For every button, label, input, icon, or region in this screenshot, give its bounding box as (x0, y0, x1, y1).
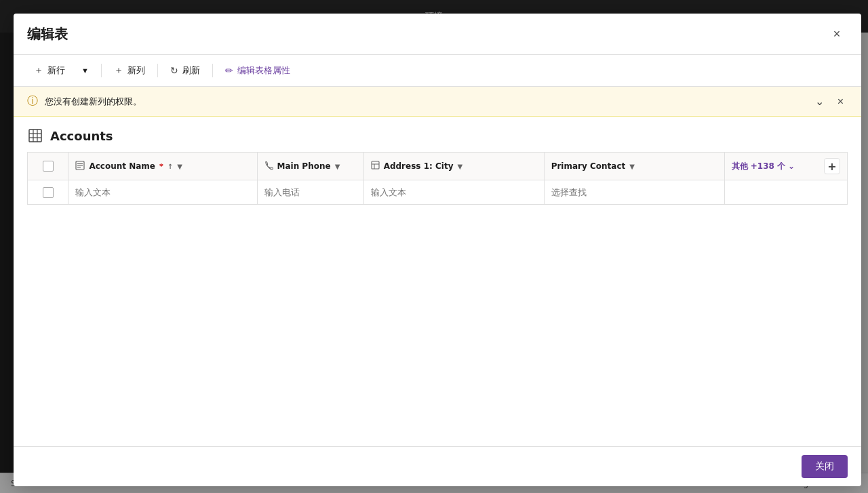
th-address-city-label: Address 1: City (384, 161, 454, 171)
more-columns-label: 其他 +138 个 ⌄ (732, 161, 795, 172)
modal-footer: 关闭 (14, 446, 861, 486)
td-more (724, 180, 847, 205)
refresh-button[interactable]: ↻ 刷新 (163, 60, 207, 81)
table-icon (27, 127, 43, 144)
th-account-name-label: Account Name (89, 161, 155, 171)
refresh-icon: ↻ (170, 65, 178, 76)
th-more-columns[interactable]: 其他 +138 个 ⌄ + (724, 153, 847, 180)
more-columns-chevron: ⌄ (788, 161, 795, 171)
primary-contact-chevron-icon: ▼ (629, 163, 635, 170)
refresh-label: 刷新 (182, 64, 200, 77)
warning-collapse-button[interactable]: ⌄ (811, 94, 828, 109)
edit-grid-label: 编辑表格属性 (237, 64, 290, 77)
td-primary-contact[interactable] (544, 180, 724, 205)
chevron-down-icon: ▼ (81, 66, 89, 75)
edit-grid-button[interactable]: ✏ 编辑表格属性 (218, 60, 297, 81)
plus-col-icon: ＋ (114, 64, 123, 77)
new-row-button[interactable]: ＋ 新行 (27, 60, 72, 81)
th-primary-contact-label: Primary Contact (551, 161, 626, 171)
edit-icon: ✏ (225, 65, 233, 76)
warning-actions: ⌄ × (811, 94, 848, 109)
th-main-phone[interactable]: Main Phone ▼ (257, 153, 363, 180)
account-name-chevron-icon: ▼ (177, 163, 182, 170)
main-phone-chevron-icon: ▼ (335, 163, 340, 170)
grid-table: Account Name * ↑ ▼ (27, 152, 848, 205)
modal-header: 编辑表 × (14, 14, 861, 55)
th-main-phone-label: Main Phone (277, 161, 331, 171)
td-account-name[interactable] (68, 180, 257, 205)
main-phone-input[interactable] (258, 180, 363, 204)
new-row-label: 新行 (47, 64, 65, 77)
required-indicator: * (159, 162, 163, 171)
primary-contact-input[interactable] (545, 180, 724, 204)
more-columns-text: 其他 +138 个 (732, 161, 785, 172)
th-address-city[interactable]: Address 1: City ▼ (363, 153, 544, 180)
warning-close-button[interactable]: × (833, 94, 848, 109)
new-row-dropdown-button[interactable]: ▼ (75, 62, 96, 79)
th-checkbox (28, 153, 68, 180)
table-header-row: Account Name * ↑ ▼ (28, 153, 848, 180)
row-checkbox[interactable] (43, 187, 54, 198)
modal-overlay: 编辑表 × ＋ 新行 ▼ ＋ 新列 ↻ 刷新 ✏ (0, 0, 868, 493)
toolbar-divider-3 (212, 64, 213, 77)
address-city-input[interactable] (364, 180, 544, 204)
table-area: Accounts (14, 117, 861, 446)
svg-rect-9 (372, 161, 379, 169)
modal-title: 编辑表 (27, 25, 68, 43)
table-row (28, 180, 848, 205)
select-all-checkbox[interactable] (43, 161, 54, 172)
table-title-row: Accounts (27, 127, 848, 144)
text-field-icon (75, 161, 85, 172)
warning-banner: ⓘ 您没有创建新列的权限。 ⌄ × (14, 87, 861, 117)
address-icon (371, 161, 380, 172)
th-primary-contact[interactable]: Primary Contact ▼ (544, 153, 724, 180)
modal-close-button[interactable]: × (826, 23, 848, 45)
warning-icon: ⓘ (27, 94, 38, 109)
td-address-city[interactable] (363, 180, 544, 205)
plus-icon: ＋ (34, 64, 43, 77)
address-city-chevron-icon: ▼ (457, 163, 462, 170)
toolbar-divider-2 (157, 64, 158, 77)
table-title: Accounts (50, 129, 113, 143)
account-name-input[interactable] (68, 180, 256, 204)
warning-text: 您没有创建新列的权限。 (45, 96, 142, 108)
td-main-phone[interactable] (257, 180, 363, 205)
th-account-name[interactable]: Account Name * ↑ ▼ (68, 153, 257, 180)
sort-asc-icon: ↑ (167, 163, 173, 170)
phone-icon (264, 161, 273, 172)
toolbar-divider-1 (101, 64, 102, 77)
svg-rect-0 (29, 130, 41, 142)
footer-close-button[interactable]: 关闭 (802, 455, 848, 478)
warning-left: ⓘ 您没有创建新列的权限。 (27, 94, 142, 109)
new-col-button[interactable]: ＋ 新列 (107, 60, 152, 81)
td-row-checkbox (28, 180, 68, 205)
modal: 编辑表 × ＋ 新行 ▼ ＋ 新列 ↻ 刷新 ✏ (14, 14, 861, 486)
new-col-label: 新列 (127, 64, 145, 77)
add-column-button[interactable]: + (824, 158, 840, 174)
toolbar: ＋ 新行 ▼ ＋ 新列 ↻ 刷新 ✏ 编辑表格属性 (14, 55, 861, 87)
